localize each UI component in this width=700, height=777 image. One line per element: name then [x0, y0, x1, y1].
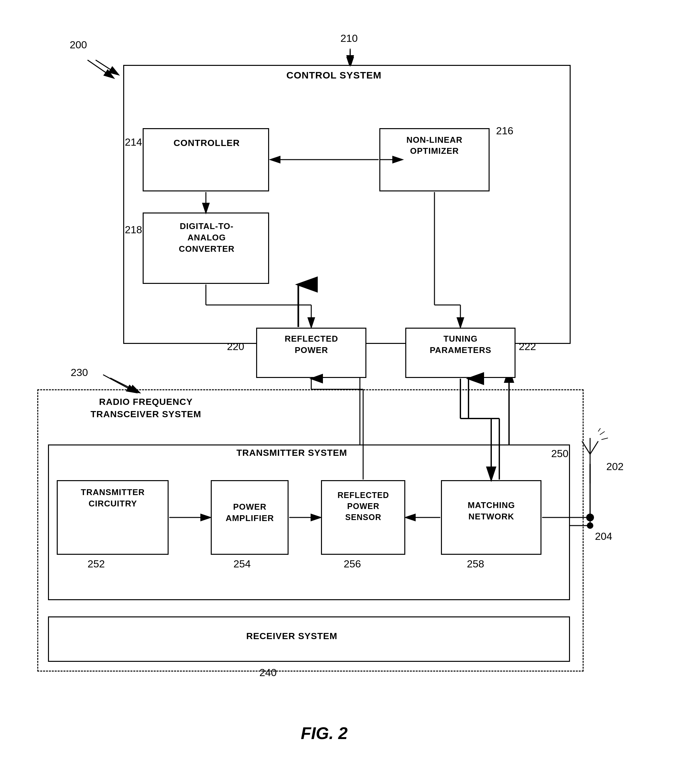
antenna-svg: [577, 428, 619, 487]
ref-230: 230: [71, 367, 88, 379]
ref-218: 218: [125, 224, 142, 236]
svg-line-27: [602, 438, 608, 439]
receiver-system-label: RECEIVER SYSTEM: [195, 631, 389, 642]
controller-label: CONTROLLER: [144, 138, 269, 148]
diagram-container: 200 210 CONTROL SYSTEM 214 CONTROLLER 21…: [0, 0, 700, 777]
ref-254: 254: [233, 558, 251, 570]
control-system-label: CONTROL SYSTEM: [220, 70, 447, 81]
svg-point-58: [586, 513, 594, 521]
ref-202: 202: [606, 461, 623, 473]
svg-line-5: [96, 60, 118, 75]
non-linear-optimizer-label: NON-LINEAROPTIMIZER: [381, 135, 488, 157]
ref-250: 250: [551, 448, 568, 460]
ref-252: 252: [88, 558, 105, 570]
reflected-power-label: REFLECTEDPOWER: [257, 333, 366, 356]
ref-210: 210: [340, 32, 358, 44]
ref-216: 216: [496, 125, 513, 137]
rf-transceiver-label: RADIO FREQUENCYTRANSCEIVER SYSTEM: [65, 396, 227, 421]
svg-point-17: [587, 522, 593, 529]
ref-204: 204: [595, 530, 612, 543]
ref-256: 256: [344, 558, 361, 570]
transmitter-circuitry-label: TRANSMITTERCIRCUITRY: [58, 487, 168, 510]
ref-214: 214: [125, 136, 142, 148]
ref-258: 258: [467, 558, 484, 570]
svg-line-26: [600, 431, 605, 435]
ref-222: 222: [519, 341, 536, 353]
svg-line-28: [598, 428, 600, 431]
svg-line-24: [590, 441, 598, 454]
ref-200: 200: [70, 39, 87, 51]
tuning-parameters-label: TUNINGPARAMETERS: [406, 333, 515, 356]
dac-label: DIGITAL-TO-ANALOGCONVERTER: [144, 221, 269, 255]
svg-line-23: [582, 441, 590, 454]
figure-caption: FIG. 2: [259, 724, 389, 743]
transmitter-system-label: TRANSMITTER SYSTEM: [227, 448, 357, 458]
power-amplifier-label: POWERAMPLIFIER: [212, 501, 288, 524]
matching-network-label: MATCHINGNETWORK: [442, 500, 541, 522]
control-system-box: [123, 65, 571, 344]
reflected-power-sensor-label: REFLECTEDPOWERSENSOR: [322, 490, 405, 523]
svg-line-33: [88, 60, 113, 78]
ref-220: 220: [227, 341, 244, 353]
ref-240: 240: [259, 667, 277, 679]
